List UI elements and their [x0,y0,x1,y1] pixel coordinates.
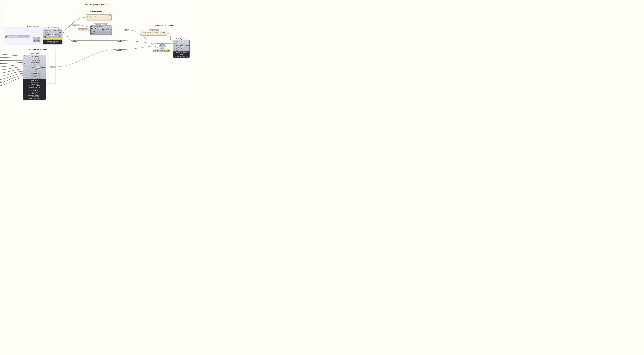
aggregator-footer: [OVERRIDE MODE] OverrideAll [RECORDING S… [173,51,190,57]
outputs-param-row: ↓solution_nr [23,57,46,59]
image-setting-label: Colibri Image Setting [94,23,108,25]
outputs-param-label: window_width [26,60,46,61]
outputs-footer: [NAME,DATA] [generation_nr,0][solution_n… [23,79,46,100]
outputs-param-row: ↓production_cost [23,72,46,75]
aggregator-icon: ✱ [180,44,183,47]
boolean-toggle[interactable]: Boolean Toggle True [154,49,170,52]
group-image-title: Image creation [90,10,102,12]
tag-inputs-2[interactable]: Inputs [160,42,165,44]
outputs-param-row: ↓unique_panels [23,75,46,77]
input-arrow-icon: ↓ [24,60,25,61]
group-main-title: Exporting images and CSV [85,4,108,6]
outputs-param-label: distance_wwr_dlfr [26,77,46,79]
outputs-param-row: ↓dlfr [23,70,46,72]
iterator-footer: ITERATION NUMBER Total: 68 [43,40,62,44]
mini-data-component[interactable]: Data SolutionNr [33,37,40,42]
outputs-param-row: ↓window_height [23,62,46,64]
input-arrow-icon: ↓ [24,55,25,57]
slider-label: SolutionNr [6,36,13,37]
outputs-param-row: ↓nr_panels⇢Outputs [23,66,46,68]
slider-value: ◊ 0 [13,36,16,37]
outputs-param-row: ↓generation_nr [23,55,46,57]
input-arrow-icon: ↓ [24,64,25,66]
iterator-label: Colibri Inputs (Iterator) [45,27,60,29]
folder-panel-title: Folder Path [149,29,159,31]
tag-img[interactable]: Img [124,29,129,31]
colibri-iterator-component[interactable]: Colibri Inputs (Iterator) RemoteFlyUniqu… [43,29,62,44]
group-collect-title: Collect Data To Export [29,49,47,51]
outputs-param-row: ↓wwr [23,68,46,70]
outputs-output-port: Outputs [40,66,46,68]
tag-imgname[interactable]: ImgName [72,24,80,26]
tag-outputs-2[interactable]: Outputs [159,45,166,47]
image-icon: ▦ [102,28,104,30]
input-arrow-icon: ↓ [24,73,25,74]
tag-outputs-relay[interactable]: Outputs [116,49,122,50]
outputs-param-row: ↓window_width [23,59,46,62]
outputs-param-row: ↓window_placement [23,64,46,66]
tag-inputs-relay[interactable]: Inputs [117,40,123,41]
iterator-icon: ⟳ [51,33,54,36]
input-arrow-icon: ↓ [24,66,25,68]
colibri-image-setting-component[interactable]: Colibri Image Setting ImageSaveAsName Rh… [90,25,112,35]
solution-nr-panel[interactable]: {0} 0SolutionNr0 [86,14,112,20]
tag-outputs-1[interactable]: Outputs [50,66,56,68]
group-csv-title: Create CSV and images [156,24,174,26]
outputs-param-label: production_cost [26,73,46,74]
input-arrow-icon: ↓ [24,58,25,59]
folder-path-panel[interactable]: Folder Path C:\Users\cjkat\Desktop\Tutor… [141,31,167,35]
input-arrow-icon: ↓ [24,71,25,72]
input-arrow-icon: ↓ [24,69,25,70]
group-iterator-title: Colibri Iterator [27,26,39,28]
outputs-comp-label: Colibri Outputs [29,53,40,55]
colibri-aggregator-component[interactable]: Colibri Aggregator Folder Inputs Outputs… [173,40,190,58]
tag-img-2[interactable]: Img [160,47,164,49]
outputs-param-label: generation_nr [26,55,46,57]
aggregator-label: Colibri Aggregator [175,38,188,40]
tag-inputs[interactable]: Inputs [72,40,78,41]
outputs-param-label: window_height [26,62,46,63]
outputs-param-label: dlfr [26,71,46,72]
input-arrow-icon: ↓ [24,62,25,63]
outputs-param-label: window_placement [26,64,46,66]
outputs-param-row: ↓distance_wwr_dlfr [23,77,46,79]
input-arrow-icon: ↓ [24,77,25,79]
input-arrow-icon: ↓ [24,75,25,77]
perspective-panel[interactable]: Perspective [78,28,89,31]
outputs-param-label: solution_nr [26,58,46,59]
outputs-param-label: unique_panels [26,75,46,76]
outputs-param-label: wwr [26,69,46,70]
solution-nr-slider[interactable]: SolutionNr ◊ 0 [6,35,30,38]
colibri-outputs-component[interactable]: Colibri Outputs ↓generation_nr↓solution_… [23,55,46,100]
fly-button[interactable]: Fly [43,38,62,40]
